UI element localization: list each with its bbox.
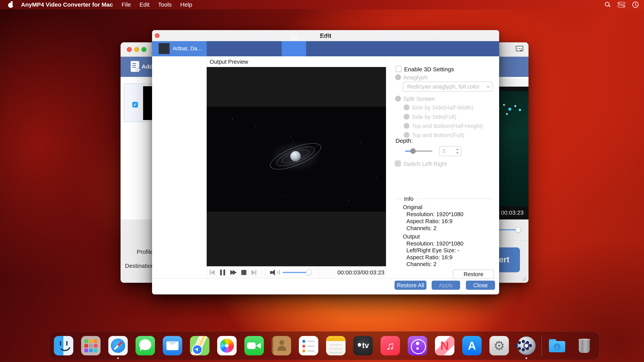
sidebar-item-selected[interactable]: Artbat, Da… [152,41,207,56]
sbs-full-label: Side by Side(Full) [412,114,456,120]
tab-3d[interactable]: 3D [290,30,297,45]
tab-effect[interactable]: Effect [353,30,367,45]
apply-button[interactable]: Apply [432,281,460,290]
next-frame-button[interactable] [252,270,256,275]
tb-halfheight-radio[interactable] [404,123,410,129]
info-output-channels: Channels: 2 [406,261,436,267]
depth-slider-handle[interactable] [410,148,416,154]
tab-rotate[interactable]: Rotate [254,30,271,45]
feedback-icon[interactable] [516,46,523,51]
main-volume-handle[interactable] [516,227,521,232]
destination-label: Destination [125,263,154,269]
sbs-full-radio[interactable] [404,114,410,120]
dock-messages-icon[interactable] [136,336,155,356]
desktop: AnyMP4 Video Converter for Mac File Edit… [0,0,644,362]
dock-trash-icon[interactable] [574,336,594,356]
menu-file[interactable]: File [122,1,131,8]
dock-news-icon[interactable] [435,336,454,356]
apple-menu-icon[interactable] [8,1,14,8]
dock-system-preferences-icon[interactable] [490,336,509,356]
tab-crop[interactable]: Crop [318,30,330,45]
dock-facetime-icon[interactable] [244,336,264,356]
resize-grip[interactable] [522,276,526,281]
pause-button[interactable] [220,270,225,275]
dock-downloads-icon[interactable]: ↓ [547,336,567,356]
spinner-up-icon[interactable] [456,148,458,150]
dock-music-icon[interactable] [380,336,400,356]
enable-3d-label: Enable 3D Settings [404,66,454,73]
split-screen-label: Split Screen [403,96,435,102]
dock-photos-icon[interactable] [217,336,237,356]
spinner-down-icon[interactable] [456,152,458,154]
dock-contacts-icon[interactable] [272,336,291,356]
dock-notes-icon[interactable] [326,336,346,356]
sbs-halfwidth-radio[interactable] [404,105,410,110]
output-preview-label: Output Preview [210,59,248,65]
file-sidebar [152,56,207,294]
dock-launchpad-icon[interactable] [81,336,100,356]
video-frame [207,107,386,212]
dock-reminders-icon[interactable] [299,336,318,356]
info-output-eyesize: Left/Right Eye Size: - [406,247,459,254]
edit-dialog: Edit Artbat, Da… Rotate 3D Crop Effect E… [152,30,499,294]
dock: ↓ [48,331,599,360]
stop-button[interactable] [241,270,246,275]
search-icon[interactable] [605,2,610,7]
close-button-dialog[interactable]: Close [466,281,495,290]
restore-defaults-button[interactable]: Restore Defaults [453,270,494,279]
dock-maps-icon[interactable] [190,336,210,356]
tb-full-radio[interactable] [404,132,410,138]
tb-halfheight-label: Top and Bottom(Half-Height) [412,123,484,129]
depth-spinner[interactable]: 5 [439,146,461,156]
info-output-aspect: Aspect Ratio: 16:9 [406,254,452,261]
dock-finder-icon[interactable] [54,336,73,356]
anaglyph-mode-select[interactable]: Red/cyan anaglyph, full color [403,82,493,92]
dock-app-store-icon[interactable] [462,336,482,356]
dock-safari-icon[interactable] [108,336,128,356]
dock-apple-tv-icon[interactable] [353,336,373,356]
menu-tools[interactable]: Tools [158,1,172,8]
speaker-icon[interactable] [270,269,280,276]
menu-app-name[interactable]: AnyMP4 Video Converter for Mac [21,1,113,8]
restore-all-button[interactable]: Restore All [394,281,426,290]
add-file-icon [131,61,139,72]
minimize-button[interactable] [134,47,139,52]
dock-podcasts-icon[interactable] [408,336,427,356]
split-screen-radio[interactable] [395,96,401,102]
dock-mail-icon[interactable] [163,336,182,356]
fast-forward-button[interactable] [230,270,237,275]
info-original-aspect: Aspect Ratio: 16:9 [406,218,452,224]
anaglyph-radio[interactable] [395,74,401,80]
stars [232,119,233,119]
zoom-button[interactable] [141,47,146,52]
tab-watermark[interactable]: Watermark [425,30,452,45]
info-original-resolution: Resolution: 1920*1080 [406,211,463,217]
time-display: 00:00:03/00:03:23 [320,269,386,276]
file-checkbox[interactable]: ✓ [132,102,138,108]
enable-3d-checkbox[interactable] [396,66,402,72]
switch-lr-label: Switch Left Right [403,161,447,167]
control-center-icon[interactable] [618,2,625,7]
menu-bar: AnyMP4 Video Converter for Mac File Edit… [0,0,644,9]
dock-anymp4-video-converter-icon[interactable] [517,336,536,356]
clock-icon[interactable] [632,1,638,8]
running-indicator [526,357,527,359]
menu-help[interactable]: Help [180,1,192,8]
dialog-bottom-bar: Restore All Apply Close [152,278,499,294]
info-original-channels: Channels: 2 [406,225,436,231]
depth-value: 5 [442,148,446,154]
previous-frame-button[interactable] [210,270,215,275]
info-output-label: Output [403,233,420,240]
menu-edit[interactable]: Edit [140,1,150,8]
close-button[interactable] [127,47,132,52]
anaglyph-label: Anaglyph [403,74,428,81]
switch-lr-checkbox[interactable] [395,161,401,167]
info-legend: Info [404,196,414,202]
tab-enhance[interactable]: Enhance [384,30,407,45]
sidebar-item-label: Artbat, Da… [173,45,202,52]
preview-volume-handle[interactable] [306,270,312,275]
video-preview-area [207,67,386,266]
duration-label: 00:03:23 [501,209,524,216]
planet [290,151,301,162]
info-original-label: Original [403,204,422,210]
